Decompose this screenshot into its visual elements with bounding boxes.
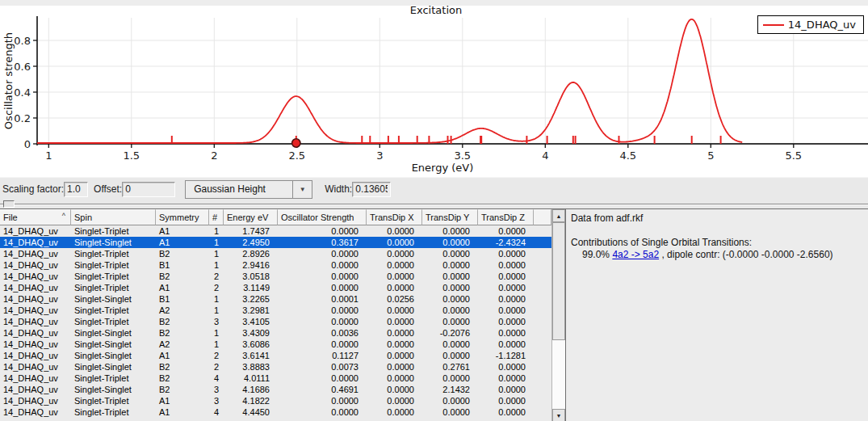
table-body: 14_DHAQ_uvSinglet-TripletA111.74370.0000… [0,225,551,418]
cell: 0.0000 [278,225,367,237]
cell: 14_DHAQ_uv [0,293,71,305]
svg-text:0.4: 0.4 [14,86,31,99]
cell: 2.1432 [422,384,478,395]
svg-text:1: 1 [45,149,52,162]
horizontal-scrollbar-thumb[interactable] [3,200,15,208]
svg-text:4: 4 [542,149,548,162]
table-row[interactable]: 14_DHAQ_uvSinglet-TripletA134.18220.0000… [0,395,551,406]
cell: 0.0000 [478,395,534,406]
cell: 4 [209,406,224,418]
cell: 0.0000 [278,305,367,316]
cell: B2 [156,316,209,327]
svg-text:2: 2 [211,149,217,162]
svg-text:1.5: 1.5 [123,149,140,162]
cell: 14_DHAQ_uv [0,373,71,384]
table-row[interactable]: 14_DHAQ_uvSinglet-SingletB234.16860.4691… [0,384,551,395]
cell: B2 [156,361,209,373]
svg-text:5: 5 [707,149,714,162]
cell: 14_DHAQ_uv [0,316,71,327]
cell: 14_DHAQ_uv [0,248,71,259]
cell: 0.0000 [367,406,422,418]
table-row[interactable]: 14_DHAQ_uvSinglet-TripletA213.29810.0000… [0,305,551,316]
width-input[interactable] [352,182,391,197]
table-row[interactable]: 14_DHAQ_uvSinglet-SingletB213.43090.0036… [0,327,551,339]
offset-label: Offset: [94,183,122,195]
cell: 14_DHAQ_uv [0,395,71,406]
column-header-transdip-z[interactable]: TransDip Z [478,209,534,225]
table-row[interactable]: 14_DHAQ_uvSinglet-SingletA213.60860.0000… [0,339,551,350]
cell: 2 [209,282,224,293]
cell: 3.8883 [224,361,278,373]
svg-text:5.5: 5.5 [785,149,802,162]
table-row[interactable]: 14_DHAQ_uvSinglet-TripletB244.01110.0000… [0,373,551,384]
cell: Singlet-Singlet [71,237,156,248]
cell: 0.0000 [478,373,534,384]
orbital-transition-link[interactable]: 4a2 -> 5a2 [612,249,659,260]
cell: 0.0000 [367,248,422,259]
cell: 14_DHAQ_uv [0,384,71,395]
table-row[interactable]: 14_DHAQ_uvSinglet-SingletA112.49500.3617… [0,237,551,248]
cell: 3.0518 [224,271,278,282]
table-row[interactable]: 14_DHAQ_uvSinglet-TripletA144.44500.0000… [0,406,551,418]
table-row[interactable]: 14_DHAQ_uvSinglet-TripletB223.05180.0000… [0,271,551,282]
cell: Singlet-Triplet [71,316,156,327]
cell: B2 [156,373,209,384]
cell: 0.0000 [367,259,422,271]
chevron-down-icon[interactable]: ▼ [292,181,312,198]
cell: 0.0000 [422,316,478,327]
cell: B2 [156,248,209,259]
scroll-up-icon[interactable]: ▲ [552,209,565,222]
vertical-scrollbar[interactable]: ▲ ▼ [551,209,565,421]
cell: Singlet-Triplet [71,259,156,271]
scaling-factor-input[interactable] [64,182,88,197]
column-header-spin[interactable]: Spin [71,209,156,225]
table-row[interactable]: 14_DHAQ_uvSinglet-SingletA123.61410.1127… [0,350,551,361]
table-row[interactable]: 14_DHAQ_uvSinglet-SingletB223.88830.0073… [0,361,551,373]
table-row[interactable]: 14_DHAQ_uvSinglet-TripletB212.89260.0000… [0,248,551,259]
convolution-dropdown[interactable]: Gaussian Height ▼ [185,180,312,199]
column-header-file[interactable]: File^ [0,209,71,225]
table-row[interactable]: 14_DHAQ_uvSinglet-SingletB113.22650.0001… [0,293,551,305]
cell [534,327,551,339]
cell: 4.0111 [224,373,278,384]
cell: 0.0000 [478,248,534,259]
cell: A1 [156,350,209,361]
selected-excitation-marker[interactable] [292,139,300,147]
cell: 0.0000 [478,406,534,418]
table-row[interactable]: 14_DHAQ_uvSinglet-TripletB233.41050.0000… [0,316,551,327]
column-header-symmetry[interactable]: Symmetry [156,209,209,225]
horizontal-scrollbar-track[interactable] [0,204,868,205]
cell: 0.0000 [367,384,422,395]
column-header-transdip-x[interactable]: TransDip X [367,209,422,225]
offset-input[interactable] [122,182,175,197]
cell: 0.0000 [478,339,534,350]
cell: 0.0000 [422,395,478,406]
excitation-chart[interactable]: 11.522.533.544.555.500.20.40.60.8 Excita… [0,0,868,177]
cell: 0.0000 [367,237,422,248]
cell: 0.0000 [422,339,478,350]
cell: 0.0000 [278,271,367,282]
width-label: Width: [325,183,352,195]
table-row[interactable]: 14_DHAQ_uvSinglet-TripletB112.94160.0000… [0,259,551,271]
column-header--[interactable]: # [209,209,224,225]
scroll-down-icon[interactable]: ▼ [552,409,565,421]
cell: 3 [209,316,224,327]
table-row[interactable]: 14_DHAQ_uvSinglet-TripletA123.11490.0000… [0,282,551,293]
vertical-scrollbar-track[interactable] [552,222,565,409]
column-header-oscillator-strength[interactable]: Oscillator Strength [278,209,367,225]
sort-ascending-icon: ^ [62,212,65,220]
cell: 2.9416 [224,259,278,271]
column-header-transdip-y[interactable]: TransDip Y [422,209,478,225]
horizontal-scrollbar[interactable] [0,200,868,208]
column-header-energy-ev[interactable]: Energy eV [224,209,278,225]
cell: 14_DHAQ_uv [0,271,71,282]
cell: 3.2265 [224,293,278,305]
cell [534,225,551,237]
spectrum-plot[interactable]: 11.522.533.544.555.500.20.40.60.8 Excita… [0,0,868,177]
cell: B1 [156,293,209,305]
cell [534,361,551,373]
cell [534,259,551,271]
cell: -0.2076 [422,327,478,339]
vertical-scrollbar-thumb[interactable] [552,222,565,340]
table-row[interactable]: 14_DHAQ_uvSinglet-TripletA111.74370.0000… [0,225,551,237]
